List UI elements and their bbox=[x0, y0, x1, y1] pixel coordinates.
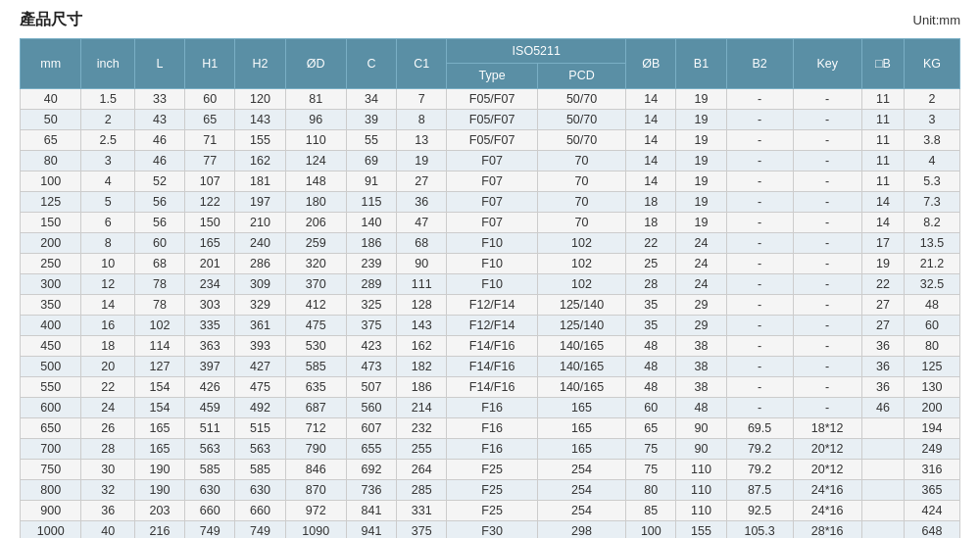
cell-KG: 60 bbox=[905, 315, 960, 335]
product-dimensions-table: mm inch L H1 H2 ØD C C1 ISO5211 ØB B1 B2… bbox=[20, 38, 960, 538]
cell-KG: 316 bbox=[905, 459, 960, 479]
cell-Type: F14/F16 bbox=[447, 356, 538, 376]
cell-Key: - bbox=[793, 397, 861, 417]
cell-sqB: 11 bbox=[861, 109, 904, 129]
cell-C1: 255 bbox=[397, 438, 447, 459]
cell-mm: 450 bbox=[21, 335, 81, 356]
cell-L: 43 bbox=[134, 109, 184, 129]
cell-inch: 5 bbox=[81, 191, 135, 212]
cell-H2: 475 bbox=[235, 376, 285, 397]
cell-OD: 370 bbox=[285, 273, 346, 294]
cell-OD: 81 bbox=[285, 88, 346, 109]
cell-B2: - bbox=[726, 376, 793, 397]
cell-KG: 424 bbox=[905, 500, 960, 520]
cell-PCD: 298 bbox=[537, 520, 625, 538]
cell-B1: 38 bbox=[676, 356, 726, 376]
cell-H2: 143 bbox=[235, 109, 285, 129]
cell-Key: - bbox=[793, 315, 861, 335]
cell-H2: 749 bbox=[235, 520, 285, 538]
cell-OD: 320 bbox=[285, 253, 346, 273]
cell-C1: 7 bbox=[397, 88, 447, 109]
cell-KG: 5.3 bbox=[905, 171, 960, 191]
cell-C: 55 bbox=[346, 129, 396, 150]
cell-C1: 19 bbox=[397, 150, 447, 171]
cell-Type: F25 bbox=[447, 500, 538, 520]
cell-OD: 712 bbox=[285, 417, 346, 438]
cell-inch: 26 bbox=[81, 417, 135, 438]
cell-L: 60 bbox=[134, 232, 184, 253]
cell-OD: 96 bbox=[285, 109, 346, 129]
cell-C1: 162 bbox=[397, 335, 447, 356]
cell-C: 34 bbox=[346, 88, 396, 109]
cell-B1: 19 bbox=[676, 88, 726, 109]
cell-B1: 19 bbox=[676, 109, 726, 129]
cell-PCD: 165 bbox=[537, 417, 625, 438]
cell-H1: 563 bbox=[185, 438, 235, 459]
cell-Type: F07 bbox=[447, 191, 538, 212]
cell-Key: 20*12 bbox=[793, 438, 861, 459]
cell-H2: 309 bbox=[235, 273, 285, 294]
cell-sqB: 11 bbox=[861, 88, 904, 109]
cell-KG: 3 bbox=[905, 109, 960, 129]
table-row: 502436514396398F05/F0750/701419--113 bbox=[21, 109, 960, 129]
table-row: 75030190585585846692264F252547511079.220… bbox=[21, 459, 960, 479]
cell-L: 190 bbox=[134, 479, 184, 500]
cell-H1: 165 bbox=[185, 232, 235, 253]
cell-B1: 110 bbox=[676, 459, 726, 479]
cell-PCD: 102 bbox=[537, 232, 625, 253]
table-row: 15065615021020614047F07701819--148.2 bbox=[21, 212, 960, 232]
cell-PCD: 70 bbox=[537, 212, 625, 232]
cell-L: 190 bbox=[134, 459, 184, 479]
cell-KG: 7.3 bbox=[905, 191, 960, 212]
col-C1: C1 bbox=[397, 39, 447, 89]
cell-H2: 563 bbox=[235, 438, 285, 459]
cell-OB: 25 bbox=[626, 253, 676, 273]
cell-Key: 28*16 bbox=[793, 520, 861, 538]
cell-B1: 90 bbox=[676, 417, 726, 438]
cell-Key: - bbox=[793, 253, 861, 273]
cell-L: 165 bbox=[134, 417, 184, 438]
cell-C: 941 bbox=[346, 520, 396, 538]
cell-B1: 110 bbox=[676, 479, 726, 500]
cell-B1: 24 bbox=[676, 273, 726, 294]
cell-B2: 92.5 bbox=[726, 500, 793, 520]
cell-Key: 20*12 bbox=[793, 459, 861, 479]
table-row: 65026165511515712607232F16165659069.518*… bbox=[21, 417, 960, 438]
cell-mm: 1000 bbox=[21, 520, 81, 538]
cell-H1: 60 bbox=[185, 88, 235, 109]
cell-OD: 870 bbox=[285, 479, 346, 500]
cell-OD: 206 bbox=[285, 212, 346, 232]
cell-H1: 363 bbox=[185, 335, 235, 356]
cell-Key: - bbox=[793, 356, 861, 376]
table-row: 50020127397427585473182F14/F16140/165483… bbox=[21, 356, 960, 376]
cell-B1: 24 bbox=[676, 253, 726, 273]
cell-C: 239 bbox=[346, 253, 396, 273]
cell-OB: 100 bbox=[626, 520, 676, 538]
cell-sqB: 11 bbox=[861, 129, 904, 150]
cell-C: 473 bbox=[346, 356, 396, 376]
cell-C: 607 bbox=[346, 417, 396, 438]
cell-Key: - bbox=[793, 232, 861, 253]
cell-OB: 18 bbox=[626, 191, 676, 212]
table-row: 45018114363393530423162F14/F16140/165483… bbox=[21, 335, 960, 356]
cell-Key: - bbox=[793, 191, 861, 212]
cell-C: 91 bbox=[346, 171, 396, 191]
cell-mm: 65 bbox=[21, 129, 81, 150]
cell-Key: - bbox=[793, 150, 861, 171]
page-title: 產品尺寸 bbox=[20, 10, 82, 30]
cell-mm: 150 bbox=[21, 212, 81, 232]
cell-OB: 48 bbox=[626, 376, 676, 397]
cell-Key: - bbox=[793, 335, 861, 356]
cell-H1: 71 bbox=[185, 129, 235, 150]
cell-mm: 250 bbox=[21, 253, 81, 273]
cell-sqB bbox=[861, 438, 904, 459]
page-header: 產品尺寸 Unit:mm bbox=[20, 10, 960, 30]
cell-H1: 303 bbox=[185, 294, 235, 315]
cell-PCD: 70 bbox=[537, 150, 625, 171]
cell-Type: F16 bbox=[447, 417, 538, 438]
table-row: 401.5336012081347F05/F0750/701419--112 bbox=[21, 88, 960, 109]
cell-mm: 400 bbox=[21, 315, 81, 335]
cell-B1: 24 bbox=[676, 232, 726, 253]
cell-H2: 393 bbox=[235, 335, 285, 356]
unit-label: Unit:mm bbox=[913, 13, 960, 27]
